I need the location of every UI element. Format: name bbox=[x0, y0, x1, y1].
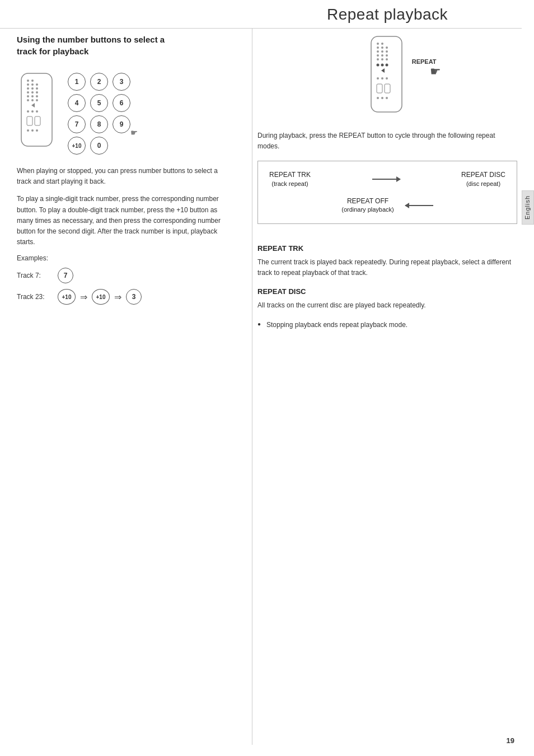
svg-point-39 bbox=[377, 58, 379, 60]
example-track7: Track 7: 7 bbox=[17, 268, 229, 283]
numpad-row-2: 4 5 6 bbox=[68, 94, 130, 112]
right-remote-container: REPEAT ☛ bbox=[257, 34, 517, 119]
remote-illustration: 1 2 3 4 5 6 7 8 9 ☛ +10 0 bbox=[17, 68, 229, 155]
svg-point-31 bbox=[381, 46, 383, 49]
track23-btn-3: 3 bbox=[126, 289, 142, 305]
svg-point-51 bbox=[377, 97, 379, 99]
left-column: Using the number buttons to select a tra… bbox=[17, 34, 229, 310]
svg-point-52 bbox=[381, 97, 383, 99]
svg-point-7 bbox=[31, 87, 34, 90]
page-title: Repeat playback bbox=[257, 6, 517, 24]
numpad-btn-2[interactable]: 2 bbox=[90, 73, 108, 91]
bullet-section: Stopping playback ends repeat playback m… bbox=[257, 320, 517, 330]
svg-point-29 bbox=[381, 43, 383, 45]
track23-btn-plus10-1: +10 bbox=[58, 289, 76, 305]
svg-point-16 bbox=[31, 99, 34, 101]
numpad-row-4: +10 0 bbox=[68, 137, 130, 155]
svg-rect-50 bbox=[385, 84, 390, 93]
numpad-btn-6[interactable]: 6 bbox=[113, 94, 130, 112]
svg-point-20 bbox=[31, 110, 34, 113]
svg-point-42 bbox=[376, 64, 379, 67]
svg-point-37 bbox=[381, 54, 383, 57]
svg-point-8 bbox=[36, 87, 38, 90]
svg-point-15 bbox=[27, 99, 29, 101]
repeat-trk-box: REPEAT TRK (track repeat) bbox=[269, 170, 311, 188]
example-track23: Track 23: +10 ⇒ +10 ⇒ 3 bbox=[17, 289, 229, 305]
numpad-row-1: 1 2 3 bbox=[68, 73, 130, 91]
arrow-left-1 bbox=[405, 205, 433, 206]
bullet-text: Stopping playback ends repeat playback m… bbox=[257, 320, 517, 330]
svg-point-9 bbox=[27, 91, 29, 94]
repeat-trk-body: The current track is played back repeate… bbox=[257, 257, 517, 278]
svg-point-44 bbox=[385, 64, 388, 67]
track23-btn-plus10-2: +10 bbox=[92, 289, 110, 305]
repeat-disc-subtitle: (disc repeat) bbox=[461, 180, 505, 188]
language-tab: English bbox=[522, 190, 534, 225]
svg-point-26 bbox=[36, 129, 38, 132]
svg-point-36 bbox=[377, 54, 379, 57]
track7-label: Track 7: bbox=[17, 272, 53, 279]
svg-point-3 bbox=[27, 83, 29, 86]
repeat-disc-heading: REPEAT DISC bbox=[257, 287, 517, 296]
numpad-btn-8[interactable]: 8 bbox=[90, 115, 108, 133]
svg-marker-18 bbox=[31, 103, 35, 108]
page-number: 19 bbox=[507, 736, 514, 745]
svg-point-10 bbox=[31, 91, 34, 94]
svg-point-46 bbox=[377, 77, 379, 80]
right-remote-svg bbox=[367, 34, 409, 118]
svg-point-2 bbox=[31, 80, 34, 82]
svg-point-6 bbox=[27, 87, 29, 90]
repeat-off-title: REPEAT OFF bbox=[341, 197, 394, 206]
repeat-modes-diagram: REPEAT TRK (track repeat) REPEAT DISC (d… bbox=[257, 161, 517, 223]
body-text-2: To play a single-digit track number, pre… bbox=[17, 194, 229, 248]
arrow-right-1 bbox=[372, 179, 400, 180]
section-heading: Using the number buttons to select a tra… bbox=[17, 34, 229, 57]
examples-label: Examples: bbox=[17, 254, 229, 262]
svg-point-33 bbox=[377, 50, 379, 53]
numpad-btn-4[interactable]: 4 bbox=[68, 94, 86, 112]
svg-point-41 bbox=[386, 58, 388, 60]
numpad-area: 1 2 3 4 5 6 7 8 9 ☛ +10 0 bbox=[68, 73, 130, 155]
svg-point-4 bbox=[31, 83, 34, 86]
svg-point-14 bbox=[36, 95, 38, 97]
hand-cursor-icon: ☛ bbox=[430, 64, 441, 79]
vertical-divider bbox=[252, 28, 252, 745]
numpad-row-3: 7 8 9 ☛ bbox=[68, 115, 130, 133]
repeat-off-row: REPEAT OFF (ordinary playback) bbox=[269, 197, 505, 214]
svg-point-40 bbox=[381, 58, 383, 60]
svg-point-5 bbox=[36, 83, 38, 86]
svg-rect-23 bbox=[35, 116, 40, 125]
svg-point-25 bbox=[31, 129, 34, 132]
repeat-disc-title: REPEAT DISC bbox=[461, 170, 505, 180]
repeat-description: During playback, press the REPEAT button… bbox=[257, 130, 517, 152]
svg-point-34 bbox=[381, 50, 383, 53]
top-divider bbox=[0, 28, 522, 29]
numpad-btn-1[interactable]: 1 bbox=[68, 73, 86, 91]
svg-point-19 bbox=[27, 110, 29, 113]
track23-label: Track 23: bbox=[17, 293, 53, 301]
svg-point-53 bbox=[386, 97, 388, 99]
svg-marker-45 bbox=[381, 68, 385, 73]
repeat-disc-box: REPEAT DISC (disc repeat) bbox=[461, 170, 505, 188]
svg-rect-49 bbox=[377, 84, 382, 93]
svg-point-13 bbox=[31, 95, 34, 97]
numpad-btn-3[interactable]: 3 bbox=[113, 73, 130, 91]
repeat-disc-section: REPEAT DISC All tracks on the current di… bbox=[257, 287, 517, 311]
repeat-trk-subtitle: (track repeat) bbox=[269, 180, 311, 188]
page-title-area: Repeat playback bbox=[257, 6, 517, 24]
svg-point-38 bbox=[386, 54, 388, 57]
numpad-btn-plus10[interactable]: +10 bbox=[68, 137, 86, 155]
svg-point-35 bbox=[386, 50, 388, 53]
numpad-btn-0[interactable]: 0 bbox=[90, 137, 108, 155]
repeat-off-subtitle: (ordinary playback) bbox=[341, 206, 394, 214]
numpad-btn-9[interactable]: 9 ☛ bbox=[113, 115, 130, 133]
numpad-btn-7[interactable]: 7 bbox=[68, 115, 86, 133]
right-column: REPEAT ☛ During playback, press the REPE… bbox=[257, 34, 517, 331]
svg-point-28 bbox=[377, 43, 379, 45]
svg-point-12 bbox=[27, 95, 29, 97]
svg-point-48 bbox=[386, 77, 388, 80]
remote-svg bbox=[17, 71, 59, 152]
numpad-btn-5[interactable]: 5 bbox=[90, 94, 108, 112]
repeat-disc-body: All tracks on the current disc are playe… bbox=[257, 300, 517, 311]
track7-btn: 7 bbox=[58, 268, 73, 283]
